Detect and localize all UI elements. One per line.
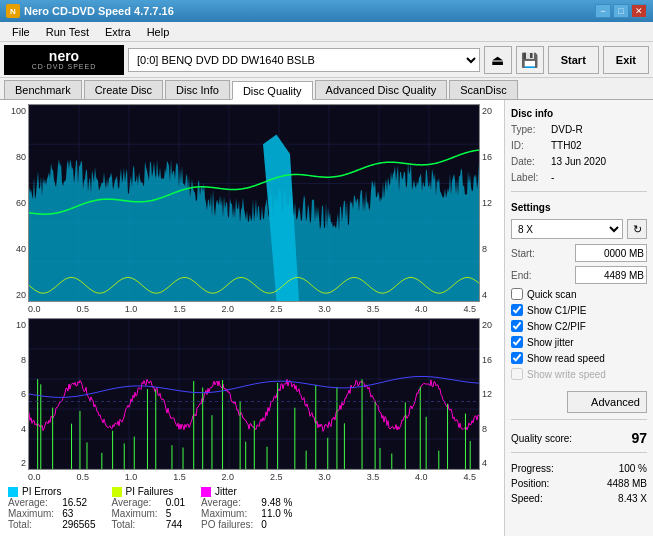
quick-scan-checkbox[interactable] [511, 288, 523, 300]
show-read-speed-row: Show read speed [511, 352, 647, 364]
divider-3 [511, 452, 647, 453]
disc-type-row: Type: DVD-R [511, 123, 647, 137]
disc-date-row: Date: 13 Jun 2020 [511, 155, 647, 169]
speed-row-progress: Speed: 8.43 X [511, 491, 647, 506]
drive-selector[interactable]: [0:0] BENQ DVD DD DW1640 BSLB [128, 48, 480, 72]
close-button[interactable]: ✕ [631, 4, 647, 18]
window-title: Nero CD-DVD Speed 4.7.7.16 [24, 5, 174, 17]
jitter-color [201, 487, 211, 497]
menu-extra[interactable]: Extra [97, 24, 139, 40]
end-mb-input[interactable] [575, 266, 647, 284]
nero-logo: nero CD·DVD SPEED [4, 45, 124, 75]
menu-help[interactable]: Help [139, 24, 178, 40]
show-c2pif-checkbox[interactable] [511, 320, 523, 332]
menu-run-test[interactable]: Run Test [38, 24, 97, 40]
eject-icon-button[interactable]: ⏏ [484, 46, 512, 74]
y-axis-right-bottom: 20 16 12 8 4 [480, 318, 500, 470]
show-read-speed-checkbox[interactable] [511, 352, 523, 364]
quality-score-row: Quality score: 97 [511, 430, 647, 446]
pi-failures-color [112, 487, 122, 497]
jitter-label: Jitter [215, 486, 237, 497]
bottom-chart-canvas [29, 319, 479, 469]
end-mb-row: End: [511, 266, 647, 284]
pi-failures-label: PI Failures [126, 486, 174, 497]
tab-scan-disc[interactable]: ScanDisc [449, 80, 517, 99]
minimize-button[interactable]: − [595, 4, 611, 18]
tab-disc-quality[interactable]: Disc Quality [232, 81, 313, 100]
quality-score-label: Quality score: [511, 433, 572, 444]
show-c1pie-checkbox[interactable] [511, 304, 523, 316]
y-axis-left-bottom: 10 8 6 4 2 [4, 318, 28, 470]
menu-file[interactable]: File [4, 24, 38, 40]
app-icon: N [6, 4, 20, 18]
show-write-speed-row: Show write speed [511, 368, 647, 380]
pi-errors-color [8, 487, 18, 497]
speed-row: 8 X Maximum 4 X 2 X ↻ [511, 219, 647, 239]
save-icon-button[interactable]: 💾 [516, 46, 544, 74]
menu-bar: File Run Test Extra Help [0, 22, 653, 42]
progress-section: Progress: 100 % Position: 4488 MB Speed:… [511, 461, 647, 506]
x-axis-top: 0.0 0.5 1.0 1.5 2.0 2.5 3.0 3.5 4.0 4.5 [4, 302, 500, 316]
progress-row: Progress: 100 % [511, 461, 647, 476]
tab-create-disc[interactable]: Create Disc [84, 80, 163, 99]
title-bar: N Nero CD-DVD Speed 4.7.7.16 − □ ✕ [0, 0, 653, 22]
refresh-button[interactable]: ↻ [627, 219, 647, 239]
main-content: 100 80 60 40 20 20 16 12 8 4 0.0 [0, 100, 653, 536]
legend-pi-errors: PI Errors Average: 16.52 Maximum: 63 Tot… [8, 486, 96, 530]
maximize-button[interactable]: □ [613, 4, 629, 18]
exit-button[interactable]: Exit [603, 46, 649, 74]
legend-area: PI Errors Average: 16.52 Maximum: 63 Tot… [4, 484, 500, 532]
tab-benchmark[interactable]: Benchmark [4, 80, 82, 99]
pi-errors-label: PI Errors [22, 486, 61, 497]
disc-id-row: ID: TTH02 [511, 139, 647, 153]
show-write-speed-checkbox [511, 368, 523, 380]
show-jitter-row: Show jitter [511, 336, 647, 348]
divider-2 [511, 419, 647, 420]
start-mb-input[interactable] [575, 244, 647, 262]
disc-label-row: Label: - [511, 171, 647, 185]
quality-score-value: 97 [631, 430, 647, 446]
start-button[interactable]: Start [548, 46, 599, 74]
disc-info-label: Disc info [511, 108, 647, 119]
show-c1pie-row: Show C1/PIE [511, 304, 647, 316]
tab-bar: Benchmark Create Disc Disc Info Disc Qua… [0, 78, 653, 100]
legend-pi-failures: PI Failures Average: 0.01 Maximum: 5 Tot… [112, 486, 186, 530]
show-c2pif-row: Show C2/PIF [511, 320, 647, 332]
tab-disc-info[interactable]: Disc Info [165, 80, 230, 99]
position-row: Position: 4488 MB [511, 476, 647, 491]
legend-jitter: Jitter Average: 9.48 % Maximum: 11.0 % P… [201, 486, 292, 530]
right-panel: Disc info Type: DVD-R ID: TTH02 Date: 13… [505, 100, 653, 536]
x-axis-bottom: 0.0 0.5 1.0 1.5 2.0 2.5 3.0 3.5 4.0 4.5 [4, 470, 500, 484]
top-chart-canvas [29, 105, 479, 301]
tab-advanced-disc-quality[interactable]: Advanced Disc Quality [315, 80, 448, 99]
y-axis-right-top: 20 16 12 8 4 [480, 104, 500, 302]
start-mb-row: Start: [511, 244, 647, 262]
chart-area: 100 80 60 40 20 20 16 12 8 4 0.0 [0, 100, 505, 536]
speed-selector[interactable]: 8 X Maximum 4 X 2 X [511, 219, 623, 239]
settings-label: Settings [511, 202, 647, 213]
quick-scan-row: Quick scan [511, 288, 647, 300]
advanced-button[interactable]: Advanced [567, 391, 647, 413]
y-axis-left-top: 100 80 60 40 20 [4, 104, 28, 302]
divider-1 [511, 191, 647, 192]
show-jitter-checkbox[interactable] [511, 336, 523, 348]
toolbar: nero CD·DVD SPEED [0:0] BENQ DVD DD DW16… [0, 42, 653, 78]
